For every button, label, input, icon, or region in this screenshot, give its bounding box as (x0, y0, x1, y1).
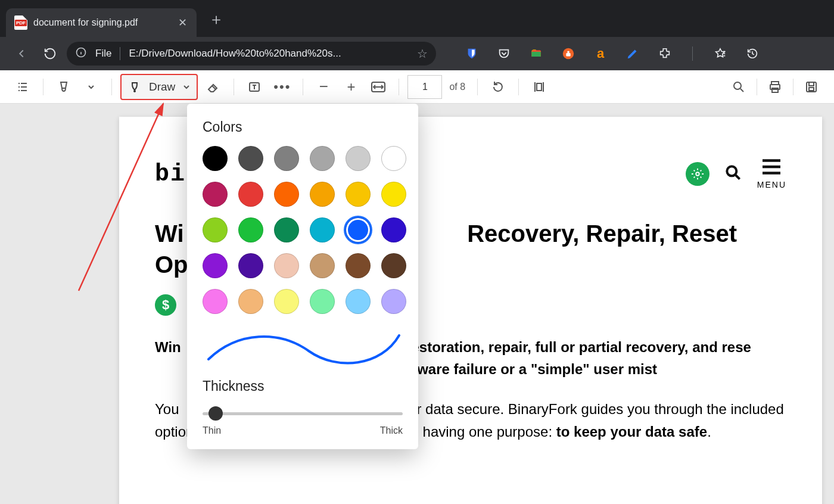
dollar-badge-icon: $ (155, 294, 176, 316)
color-swatch[interactable] (346, 146, 371, 171)
find-button[interactable] (727, 75, 751, 99)
divider (234, 79, 234, 95)
address-bar: File E:/Drive/Download/How%20to%20hand%2… (0, 37, 834, 70)
history-icon[interactable] (745, 46, 760, 61)
contents-button[interactable] (11, 75, 35, 99)
page-total: of 8 (449, 82, 465, 92)
color-swatch[interactable] (310, 146, 335, 171)
color-swatch[interactable] (310, 182, 335, 207)
color-swatch[interactable] (274, 289, 299, 314)
svg-rect-2 (567, 51, 570, 53)
color-swatch[interactable] (238, 289, 263, 314)
color-swatch[interactable] (203, 253, 228, 278)
draw-label: Draw (149, 80, 175, 94)
page-view-button[interactable] (527, 75, 551, 99)
hamburger-menu: MENU (757, 158, 786, 189)
color-swatch[interactable] (238, 182, 263, 207)
color-swatch[interactable] (381, 182, 406, 207)
draw-icon (127, 80, 142, 94)
color-swatch[interactable] (381, 289, 406, 314)
ext-orange-shield-icon[interactable] (561, 46, 575, 61)
svg-point-14 (696, 172, 699, 176)
svg-rect-13 (809, 88, 814, 91)
color-swatch[interactable] (346, 217, 371, 242)
draw-tool-group[interactable]: Draw (120, 74, 198, 100)
ext-folder-icon[interactable] (529, 46, 543, 61)
thin-label: Thin (203, 425, 221, 436)
divider (399, 79, 399, 95)
favorite-icon[interactable]: ☆ (417, 46, 428, 61)
divider (111, 79, 112, 95)
color-swatch[interactable] (310, 289, 335, 314)
color-swatch[interactable] (274, 217, 299, 242)
ext-pen-icon[interactable] (626, 46, 640, 61)
color-swatch[interactable] (203, 217, 228, 242)
divider (43, 79, 43, 95)
extensions-menu-icon[interactable] (658, 46, 672, 61)
erase-tool[interactable] (201, 75, 225, 99)
divider (757, 79, 757, 95)
ext-pocket-icon[interactable] (497, 46, 511, 61)
color-swatch[interactable] (346, 289, 371, 314)
more-tools[interactable]: ••• (270, 75, 294, 99)
color-swatch[interactable] (274, 253, 299, 278)
site-info-icon[interactable] (75, 46, 87, 61)
color-swatch[interactable] (381, 253, 406, 278)
divider (793, 79, 793, 95)
save-button[interactable] (799, 75, 823, 99)
color-swatch[interactable] (203, 146, 228, 171)
color-swatch[interactable] (381, 146, 406, 171)
color-swatch[interactable] (274, 146, 299, 171)
ext-a-icon[interactable]: a (593, 46, 608, 61)
browser-tab[interactable]: PDF document for signing.pdf ✕ (6, 8, 197, 37)
pdf-favicon: PDF (14, 15, 27, 30)
url-scheme: File (95, 48, 111, 60)
tab-strip: PDF document for signing.pdf ✕ ＋ (0, 0, 834, 37)
print-button[interactable] (763, 75, 787, 99)
highlight-dropdown[interactable] (79, 75, 103, 99)
color-swatch[interactable] (238, 253, 263, 278)
fit-width-button[interactable] (366, 75, 390, 99)
color-swatch[interactable] (346, 253, 371, 278)
color-swatch-grid (203, 146, 403, 314)
search-icon (724, 163, 743, 185)
url-path: E:/Drive/Download/How%20to%20hand%20s... (129, 48, 341, 60)
new-tab-button[interactable]: ＋ (197, 9, 236, 37)
ext-bitwarden-icon[interactable] (465, 46, 479, 61)
divider (518, 79, 519, 95)
favorites-icon[interactable] (713, 46, 727, 61)
divider (692, 46, 693, 61)
color-swatch[interactable] (203, 182, 228, 207)
page-number-input[interactable]: 1 (407, 75, 442, 99)
url-box[interactable]: File E:/Drive/Download/How%20to%20hand%2… (67, 42, 436, 66)
svg-point-4 (134, 91, 135, 92)
thickness-heading: Thickness (203, 378, 403, 394)
svg-rect-3 (566, 53, 570, 57)
color-swatch[interactable] (274, 182, 299, 207)
tab-title: document for signing.pdf (33, 17, 138, 28)
zoom-out-button[interactable]: − (312, 75, 335, 99)
draw-popover: Colors Thickness Thin Thick (187, 104, 418, 449)
add-text-tool[interactable] (242, 75, 266, 99)
color-swatch[interactable] (310, 217, 335, 242)
divider (120, 47, 120, 60)
thickness-slider[interactable] (203, 405, 403, 422)
color-swatch[interactable] (381, 217, 406, 242)
color-swatch[interactable] (238, 146, 263, 171)
rotate-button[interactable] (486, 75, 510, 99)
chevron-down-icon[interactable] (182, 83, 191, 91)
color-swatch[interactable] (346, 182, 371, 207)
svg-point-15 (727, 166, 736, 176)
color-swatch[interactable] (238, 217, 263, 242)
thick-label: Thick (380, 425, 403, 436)
colors-heading: Colors (203, 119, 403, 135)
color-swatch[interactable] (310, 253, 335, 278)
close-tab-icon[interactable]: ✕ (178, 16, 187, 29)
zoom-in-button[interactable]: + (339, 75, 363, 99)
highlight-tool[interactable] (52, 75, 76, 99)
site-logo: bi (155, 161, 186, 188)
gear-badge-icon (686, 162, 709, 186)
back-button[interactable] (10, 42, 33, 66)
color-swatch[interactable] (203, 289, 228, 314)
reload-button[interactable] (38, 42, 62, 66)
